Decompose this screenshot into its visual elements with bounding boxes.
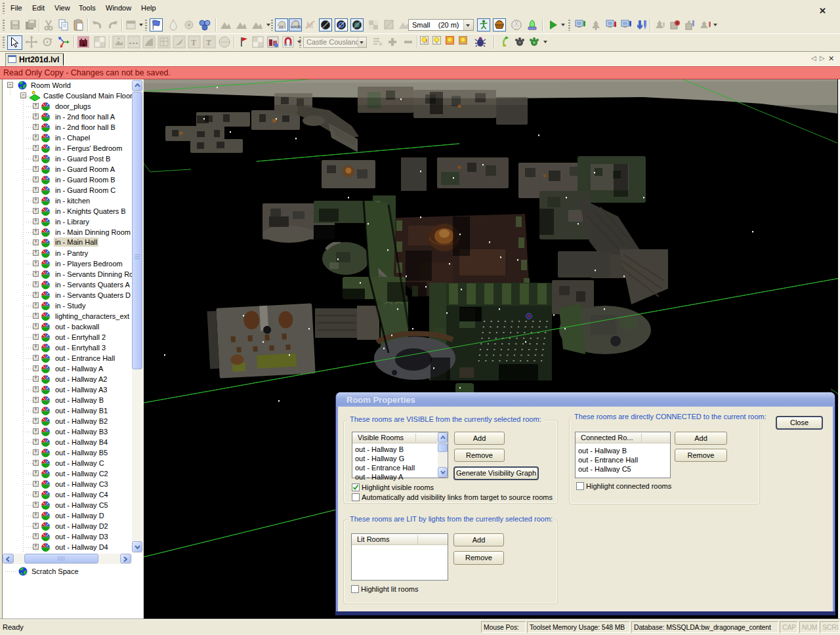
svg-text:Alt: Alt xyxy=(279,25,284,30)
svg-text:!: ! xyxy=(426,38,427,44)
svg-text:T: T xyxy=(191,38,196,47)
svg-text:WASD: WASD xyxy=(291,25,301,29)
